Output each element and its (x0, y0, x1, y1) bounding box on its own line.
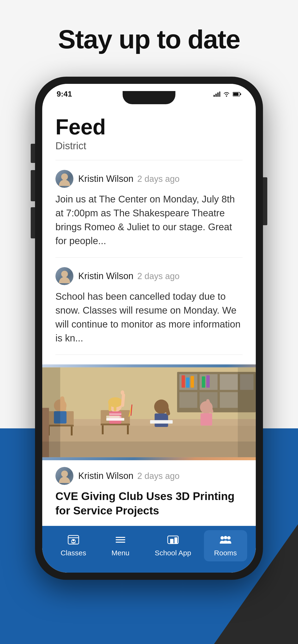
avatar-image (55, 467, 73, 485)
svg-point-74 (227, 536, 231, 540)
main-heading: Stay up to date (0, 24, 298, 54)
svg-rect-71 (175, 538, 177, 544)
svg-rect-6 (233, 93, 238, 96)
tab-school-app-label: School App (155, 549, 191, 557)
post-time: 2 days ago (137, 271, 180, 281)
svg-rect-54 (106, 418, 124, 420)
phone-mockup: 9:41 (35, 77, 263, 580)
phone-volume-down (31, 207, 35, 238)
svg-rect-36 (127, 425, 129, 434)
author-meta: Kristin Wilson 2 days ago (78, 271, 180, 281)
svg-rect-20 (186, 378, 190, 388)
svg-rect-49 (150, 420, 173, 424)
svg-rect-2 (217, 92, 219, 97)
svg-point-45 (121, 390, 124, 395)
tab-bar: Classes Menu (42, 526, 256, 572)
avatar (55, 467, 73, 485)
svg-rect-40 (114, 402, 116, 411)
svg-rect-61 (42, 442, 256, 457)
wifi-icon (223, 92, 230, 97)
post-item[interactable]: Kristin Wilson 2 days ago Join us at The… (42, 165, 256, 252)
author-meta: Kristin Wilson 2 days ago (78, 471, 180, 481)
feed-title: Feed (55, 116, 243, 138)
post-item-with-image[interactable]: Kristin Wilson 2 days ago CVE Giving Clu… (42, 360, 256, 523)
svg-rect-21 (191, 376, 194, 388)
classes-icon (67, 534, 80, 547)
tab-school-app[interactable]: School App (145, 530, 201, 561)
svg-rect-35 (102, 425, 103, 434)
post-author-row: Kristin Wilson 2 days ago (55, 170, 243, 188)
tab-classes-label: Classes (60, 549, 86, 557)
svg-rect-39 (108, 402, 111, 411)
status-time: 9:41 (57, 90, 72, 98)
post-time: 2 days ago (137, 174, 180, 184)
svg-rect-29 (71, 426, 72, 435)
svg-rect-1 (215, 94, 217, 97)
post-image (42, 364, 256, 460)
avatar (55, 170, 73, 188)
post-bold-title: CVE Giving Club Uses 3D Printing for Ser… (55, 489, 243, 518)
author-name: Kristin Wilson (78, 271, 133, 281)
menu-icon (115, 534, 126, 547)
post-text: Join us at The Center on Monday, July 8t… (55, 192, 243, 248)
tab-menu-label: Menu (111, 549, 129, 557)
svg-rect-34 (101, 424, 130, 425)
post-item[interactable]: Kristin Wilson 2 days ago School has bee… (42, 262, 256, 350)
author-meta: Kristin Wilson 2 days ago (78, 174, 180, 184)
svg-rect-42 (109, 414, 121, 415)
svg-point-4 (226, 95, 227, 96)
svg-rect-55 (106, 416, 120, 418)
svg-rect-22 (202, 376, 205, 388)
svg-rect-16 (179, 392, 197, 408)
post-author-row: Kristin Wilson 2 days ago (55, 467, 243, 485)
screen-content: Feed District Kristin Wilson 2 days ago (42, 104, 256, 572)
svg-point-65 (72, 539, 74, 541)
avatar-image (55, 170, 73, 188)
svg-rect-70 (170, 539, 174, 544)
status-icons (214, 92, 241, 97)
svg-rect-63 (68, 538, 79, 538)
school-app-icon (167, 534, 179, 547)
phone-power-button (263, 177, 267, 225)
svg-rect-3 (219, 92, 220, 97)
svg-rect-14 (220, 374, 238, 390)
tab-menu[interactable]: Menu (99, 530, 142, 561)
svg-rect-0 (214, 95, 215, 97)
signal-icon (214, 92, 220, 97)
author-name: Kristin Wilson (78, 174, 133, 184)
classroom-svg (42, 364, 256, 460)
feed-header: Feed District (42, 104, 256, 155)
post-divider-2 (55, 354, 243, 355)
svg-rect-19 (182, 375, 185, 388)
phone-shell: 9:41 (35, 77, 263, 580)
author-name: Kristin Wilson (78, 471, 133, 481)
post-text: School has been cancelled today due to s… (55, 290, 243, 345)
tab-rooms[interactable]: Rooms (204, 530, 247, 561)
tab-classes[interactable]: Classes (51, 530, 96, 561)
post-divider-1 (55, 257, 243, 258)
svg-point-72 (221, 536, 224, 540)
phone-silent-switch (31, 144, 35, 163)
tab-rooms-label: Rooms (214, 549, 237, 557)
svg-rect-18 (220, 392, 238, 408)
svg-rect-7 (240, 94, 241, 95)
svg-rect-23 (206, 375, 210, 388)
header-divider (55, 160, 243, 160)
post-author-row: Kristin Wilson 2 days ago (55, 267, 243, 285)
phone-volume-up (31, 170, 35, 201)
rooms-icon (219, 534, 232, 547)
battery-icon (233, 92, 241, 97)
post-time: 2 days ago (137, 471, 180, 481)
avatar (55, 267, 73, 285)
phone-notch (123, 91, 175, 104)
svg-rect-25 (42, 419, 256, 426)
svg-rect-52 (201, 413, 212, 426)
phone-screen: 9:41 (42, 84, 256, 572)
avatar-image (55, 267, 73, 285)
svg-point-73 (224, 536, 227, 539)
feed-subtitle: District (55, 140, 243, 152)
